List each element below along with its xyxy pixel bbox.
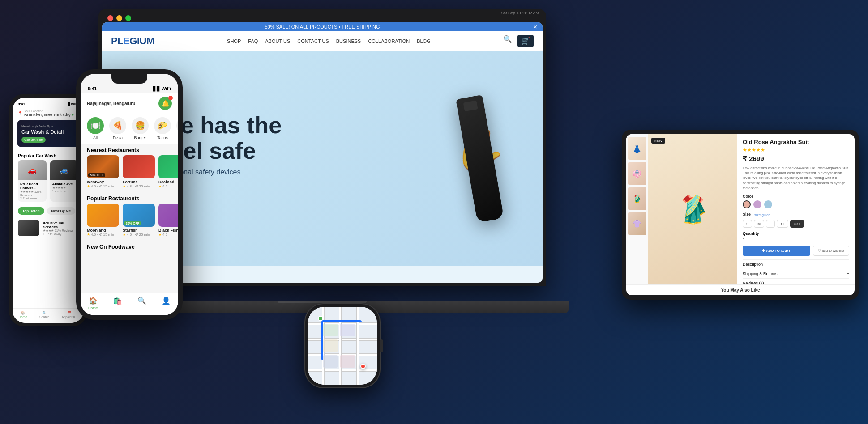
thumb-image-2: 👘 [628, 162, 646, 185]
category-all[interactable]: 🍽️ All [87, 117, 104, 140]
restaurant-seafood[interactable]: Seafood ★ 4.6 [158, 155, 178, 188]
promo-subtitle: Newburgh Auto Spa [21, 124, 75, 128]
car-search-label: Search [39, 315, 49, 318]
size-s[interactable]: S [743, 220, 752, 228]
popular-section-title: Popular Restaurents [81, 192, 178, 204]
thumb-image-3: 🥻 [628, 187, 646, 210]
product-actions: ✚ ADD TO CART ♡ add to wishlist [743, 246, 849, 256]
car-meta-atlantic: ★★★★★ [52, 186, 77, 190]
food-nav-cart[interactable]: 🛍️ [113, 297, 122, 310]
promo-banner: 50% SALE! ON ALL PRODUCTS • FREE SHIPPIN… [102, 22, 543, 31]
search-icon[interactable]: 🔍 [503, 35, 512, 47]
car-home-icon: 🏠 [21, 311, 25, 315]
accordion-ship-icon: + [847, 271, 849, 276]
minimize-button-macos[interactable] [116, 15, 122, 21]
close-button-macos[interactable] [107, 15, 113, 21]
nav-collab[interactable]: COLLABORATION [368, 38, 410, 44]
product-thumb-3[interactable]: 🥻 [628, 187, 646, 210]
new-product-badge: NEW [651, 138, 665, 144]
fullscreen-button-macos[interactable] [125, 15, 131, 21]
site-navigation: PLEGIUM SHOP FAQ ABOUT US CONTACT US BUS… [102, 31, 543, 51]
car-search-icon: 🔍 [43, 311, 47, 315]
accordion-desc-label: Description [743, 262, 763, 267]
product-thumb-4[interactable]: 👚 [628, 212, 646, 235]
size-xxl[interactable]: XXL [790, 220, 804, 228]
car-meta-rr: ★★★★★ 1298 Reviews [20, 190, 44, 197]
restaurant-fortune[interactable]: Fortune ★ 4.8 · ⏱ 25 min [123, 155, 155, 188]
filter-near-by[interactable]: Near By Me [47, 207, 76, 215]
car-app-screen: 9:41 ▋WiFi 📍 Your Location Brooklyn, New… [13, 98, 84, 323]
starfish-badge: 30% OFF [124, 221, 141, 225]
accordion-reviews[interactable]: Reviews (7) + [743, 279, 849, 284]
notification-button[interactable]: 🔔 [158, 97, 172, 110]
accordion-shipping[interactable]: Shipping & Returns + [743, 269, 849, 279]
restaurant-moonland[interactable]: Moonland ★ 4.6 · ⏱ 15 min [87, 204, 119, 237]
starfish-name: Starfish [123, 228, 155, 233]
car-nav-home[interactable]: 🏠 Home [19, 311, 27, 318]
nav-contact[interactable]: CONTACT US [297, 38, 329, 44]
add-to-wishlist-button[interactable]: ♡ add to wishlist [813, 246, 849, 256]
nav-about[interactable]: ABOUT US [265, 38, 290, 44]
nav-icons: 🔍 🛒 [503, 35, 534, 47]
car-name-rr: R&R Hand CarWas... [20, 182, 44, 190]
blackfish-name: Black Fish [158, 228, 178, 233]
color-swatch-rose[interactable] [743, 200, 751, 208]
car-card-body-atlantic: Atlantic Ave... ★★★★★ 1.4 mi away [50, 180, 79, 195]
nav-shop[interactable]: SHOP [227, 38, 241, 44]
blackfish-image [158, 204, 178, 227]
cart-icon[interactable]: 🛒 [517, 35, 534, 47]
hero-product-image: ✋ [444, 60, 516, 239]
size-m[interactable]: M [754, 220, 764, 228]
car-promo-banner: Newburgh Auto Spa Car Wash & Detail Get … [17, 120, 79, 147]
food-app-screen: 9:41 ▋▊ WiFi Rajajinagar, Bengaluru 🔔 🍽️… [81, 74, 178, 315]
size-xl[interactable]: XL [777, 220, 788, 228]
category-pizza[interactable]: 🍕 Pizza [109, 117, 126, 140]
add-to-cart-button[interactable]: ✚ ADD TO CART [743, 246, 810, 256]
size-guide-link[interactable]: size guide [754, 213, 770, 217]
watch-map [308, 307, 377, 385]
nav-business[interactable]: BUSINESS [336, 38, 361, 44]
car-location-bar: 📍 Your Location Brooklyn, New York City … [13, 108, 84, 120]
product-thumb-1[interactable]: 👗 [628, 137, 646, 160]
cat-all-label: All [93, 136, 98, 140]
cat-pizza-label: Pizza [113, 136, 123, 140]
nav-blog[interactable]: BLOG [417, 38, 431, 44]
food-nav-search[interactable]: 🔍 [137, 297, 146, 310]
profile-icon: 👤 [162, 297, 171, 305]
car-card-rr[interactable]: 🚗 R&R Hand CarWas... ★★★★★ 1298 Reviews … [18, 160, 47, 202]
blackfish-meta: ★ 4.6 [158, 233, 178, 237]
color-swatch-purple[interactable] [753, 200, 761, 208]
phone-notch [111, 74, 147, 84]
moonland-meta: ★ 4.6 · ⏱ 15 min [87, 233, 119, 237]
banner-close-button[interactable]: × [534, 23, 537, 30]
car-nav-search[interactable]: 🔍 Search [39, 311, 49, 318]
location-label: Your Location [24, 110, 74, 113]
product-thumb-2[interactable]: 👘 [628, 162, 646, 185]
car-name-atlantic: Atlantic Ave... [52, 182, 77, 186]
car-list-item-xclusive[interactable]: Xclusive Car Services ★★★★ 71% Reviews 1… [13, 217, 84, 239]
filter-top-rated[interactable]: Top Rated [18, 207, 44, 215]
category-burger[interactable]: 🍔 Burger [132, 117, 149, 140]
car-card-atlantic[interactable]: 🚙 Atlantic Ave... ★★★★★ 1.4 mi away [50, 160, 79, 202]
restaurant-blackfish[interactable]: Black Fish ★ 4.6 [158, 204, 178, 237]
food-nav-home[interactable]: 🏠 Home [88, 297, 98, 310]
home-label: Home [88, 306, 98, 310]
nav-faq[interactable]: FAQ [248, 38, 258, 44]
food-header: Rajajinagar, Bengaluru 🔔 [81, 93, 178, 114]
category-tacos[interactable]: 🌮 Tacos [154, 117, 171, 140]
accordion-description[interactable]: Description + [743, 260, 849, 269]
food-nav-profile[interactable]: 👤 [162, 297, 171, 310]
size-options: S M L XL XXL [743, 220, 849, 228]
location-value: Brooklyn, New York City ▾ [24, 113, 74, 117]
fortune-name: Fortune [123, 180, 155, 184]
restaurant-starfish[interactable]: 30% OFF Starfish ★ 4.6 · ⏱ 25 min [123, 204, 155, 237]
size-l[interactable]: L [766, 220, 775, 228]
restaurant-westway[interactable]: 50% OFF Westway ★ 4.6 · ⏱ 15 min [87, 155, 119, 188]
category-more[interactable]: 🥗 More [176, 117, 178, 140]
car-nav-appointments[interactable]: 📅 Appointm... [62, 311, 77, 318]
color-swatch-blue[interactable] [764, 200, 772, 208]
traffic-lights [107, 15, 131, 21]
car-status-time: 9:41 [18, 102, 25, 106]
nav-links: SHOP FAQ ABOUT US CONTACT US BUSINESS CO… [227, 38, 431, 44]
more-icon: 🥗 [176, 117, 178, 134]
